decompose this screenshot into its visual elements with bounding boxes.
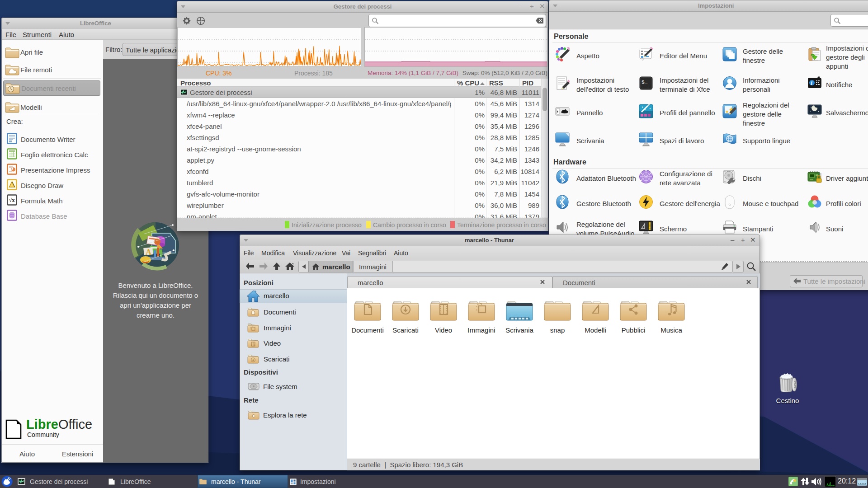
svg-text:√x: √x <box>9 197 15 203</box>
svg-text:$_: $_ <box>642 80 648 85</box>
svg-text:A: A <box>146 248 151 257</box>
